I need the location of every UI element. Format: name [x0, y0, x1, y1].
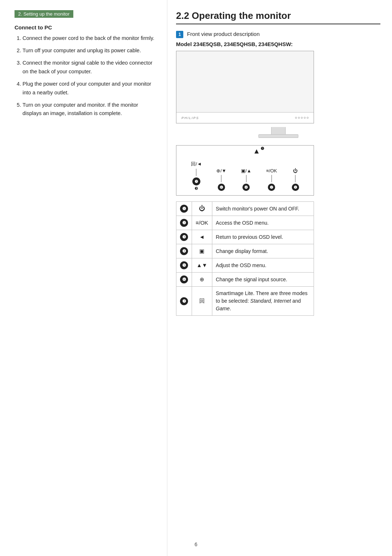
btn7-num: ❼ — [192, 177, 200, 185]
btn1-icon: ⏻ — [293, 168, 298, 173]
section-title: 2.2 Operating the monitor — [176, 10, 380, 24]
btn3-num: ❻ — [218, 184, 225, 191]
table-row: ❷ ≡/OK Access the OSD menu. — [176, 216, 314, 230]
power-icon: ⏻ — [199, 205, 205, 212]
row6-num: ❻ — [180, 275, 188, 283]
row6-desc: Change the signal input source. — [212, 273, 314, 287]
connect-steps-list: Connect the power cord to the back of th… — [15, 34, 155, 118]
left-column: 2. Setting up the monitor Connect to PC … — [0, 0, 167, 556]
btn1-num: ❶ — [292, 184, 299, 191]
smart-icon: 回 — [199, 298, 205, 304]
btn7-label: ❸ — [195, 186, 198, 191]
page-number: 6 — [195, 541, 197, 547]
row2-num: ❷ — [180, 219, 188, 227]
list-item: Turn off your computer and unplug its po… — [23, 46, 155, 55]
up-arrow-icon: ▲ — [253, 147, 260, 155]
monitor-button-dots — [295, 117, 309, 119]
dot-5 — [307, 117, 309, 119]
row7-desc: SmartImage Lite. There are three modes t… — [212, 287, 314, 316]
table-row: ❺ ▲▼ Adjust the OSD menu. — [176, 258, 314, 273]
updown-icon: ▲▼ — [196, 262, 207, 268]
monitor-neck — [271, 127, 286, 134]
table-row: ❹ ▣ Change display format. — [176, 244, 314, 258]
monitor-illustration: PHILIPS — [176, 51, 314, 123]
row3-desc: Return to previous OSD level. — [212, 230, 314, 244]
table-row: ❻ ⊕ Change the signal input source. — [176, 273, 314, 287]
btn2-icon: ≡/OK — [266, 168, 277, 173]
front-view-label: 1 Front view product description — [176, 31, 380, 38]
table-row: ❸ ◄ Return to previous OSD level. — [176, 230, 314, 244]
list-item: Connect the monitor signal cable to the … — [23, 59, 155, 76]
row4-desc: Change display format. — [212, 244, 314, 258]
menu-icon: ≡/OK — [196, 220, 208, 226]
row5-desc: Adjust the OSD menu. — [212, 258, 314, 273]
button-diagram: ▲ ❺ 回/◄ ❼ ❸ ⊕/▼ ❻ ▣/▲ ❹ — [176, 145, 314, 196]
breadcrumb: 2. Setting up the monitor — [15, 10, 73, 18]
list-item: Connect the power cord to the back of th… — [23, 34, 155, 43]
row3-num: ❸ — [180, 233, 188, 241]
diag-btn-3: ⊕/▼ ❻ — [216, 168, 226, 191]
model-label: Model 234E5QSB, 234E5QHSB, 234E5QHSW: — [176, 41, 380, 47]
row7-num: ❼ — [180, 297, 188, 305]
dot-3 — [301, 117, 303, 119]
diag-btn-1: ⏻ ❶ — [292, 168, 299, 191]
monitor-base: PHILIPS — [176, 112, 314, 123]
section-badge: 1 — [176, 31, 183, 38]
connect-heading: Connect to PC — [15, 24, 155, 30]
monitor-foot — [258, 134, 298, 138]
front-view-text: Front view product description — [187, 31, 260, 37]
function-table: ❶ ⏻ Switch monitor's power ON and OFF. ❷… — [176, 201, 314, 316]
dot-4 — [304, 117, 306, 119]
format-icon: ▣ — [199, 248, 204, 254]
row2-desc: Access the OSD menu. — [212, 216, 314, 230]
btn3-icon: ⊕/▼ — [216, 168, 226, 173]
philips-brand: PHILIPS — [181, 116, 199, 120]
list-item: Plug the power cord of your computer and… — [23, 80, 155, 97]
right-column: 2.2 Operating the monitor 1 Front view p… — [167, 0, 392, 556]
row4-num: ❹ — [180, 247, 188, 255]
row7-italic3: Game — [216, 306, 230, 311]
btn4-num: ❹ — [242, 184, 250, 191]
input-icon: ⊕ — [200, 276, 204, 282]
left-icon: ◄ — [199, 234, 205, 240]
btn2-num: ❷ — [268, 184, 275, 191]
row1-desc: Switch monitor's power ON and OFF. — [212, 202, 314, 216]
btn4-icon: ▣/▲ — [241, 168, 251, 173]
table-row: ❼ 回 SmartImage Lite. There are three mod… — [176, 287, 314, 316]
row1-num: ❶ — [180, 205, 188, 213]
dot-1 — [295, 117, 297, 119]
list-item: Turn on your computer and monitor. If th… — [23, 101, 155, 118]
row7-italic2: Internet — [274, 298, 291, 304]
dot-2 — [298, 117, 300, 119]
table-row: ❶ ⏻ Switch monitor's power ON and OFF. — [176, 202, 314, 216]
row7-italic1: Standard, — [250, 298, 273, 304]
btn7-icon: 回/◄ — [191, 161, 201, 167]
row5-num: ❺ — [180, 261, 188, 269]
diag-btn-7: 回/◄ ❼ ❸ — [191, 161, 201, 191]
monitor-screen — [176, 51, 314, 112]
diag-btn-2: ≡/OK ❷ — [266, 168, 277, 191]
btn5-num-top: ❺ — [261, 146, 264, 151]
diag-btn-4: ▣/▲ ❹ — [241, 168, 251, 191]
